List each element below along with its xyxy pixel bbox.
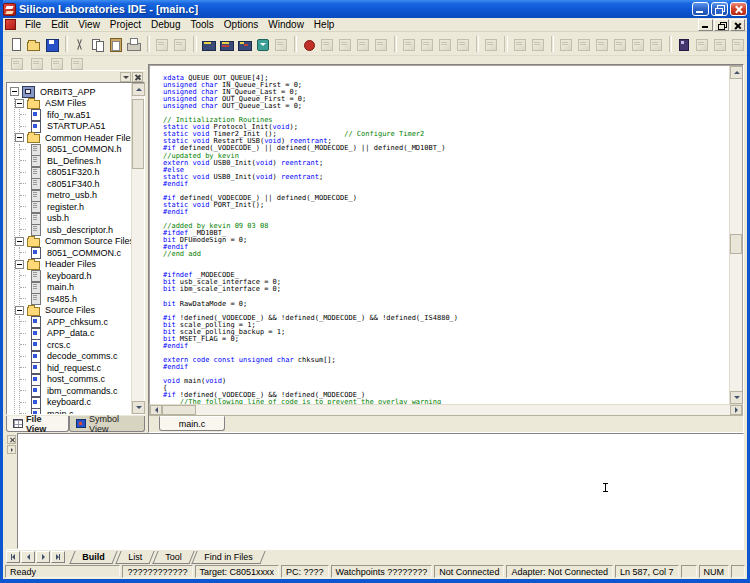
tree-item-crcs-c[interactable]: crcs.c (20, 339, 131, 351)
watch-window-icon (594, 37, 610, 52)
tree-item-usb-descriptor-h[interactable]: usb_descriptor.h (20, 224, 131, 236)
tab-symbol-view[interactable]: Symbol View (69, 416, 145, 432)
output-expand-icon[interactable] (7, 445, 16, 454)
tree-item-rs485-h[interactable]: rs485.h (20, 293, 131, 305)
scroll-left-icon[interactable] (150, 405, 162, 415)
close-button[interactable] (730, 2, 747, 16)
tree-item-host-comms-c[interactable]: host_comms.c (20, 374, 131, 386)
rebuild-all-button[interactable] (236, 35, 254, 54)
tree-item-asm-files[interactable]: ASM Files (15, 98, 131, 110)
tab-main-c[interactable]: main.c (159, 416, 225, 431)
tree-expander-icon[interactable] (15, 306, 24, 315)
editor-scrollbar[interactable] (729, 66, 742, 404)
panel-menu-icon[interactable] (120, 72, 131, 82)
menu-window[interactable]: Window (263, 19, 309, 30)
menu-project[interactable]: Project (105, 19, 146, 30)
tree-item-ibm-commands-c[interactable]: ibm_commands.c (20, 385, 131, 397)
tree-item-decode-comms-c[interactable]: decode_comms.c (20, 351, 131, 363)
tree-item-keyboard-c[interactable]: keyboard.c (20, 397, 131, 409)
tree-item-c8051f320-h[interactable]: c8051F320.h (20, 167, 131, 179)
editor-hscrollbar[interactable] (149, 404, 743, 416)
tab-find-in-files[interactable]: Find in Files (191, 551, 265, 564)
reset-mcu-icon (419, 37, 435, 52)
clear-bookmarks-button (729, 35, 747, 54)
prev-tab-icon[interactable] (21, 551, 35, 563)
tree-expander-icon[interactable] (15, 260, 24, 269)
tree-scrollbar[interactable] (131, 83, 144, 414)
run-button[interactable] (300, 35, 318, 54)
tree-item-main-h[interactable]: main.h (20, 282, 131, 294)
new-file-button[interactable] (7, 35, 25, 54)
editor-hscroll-thumb[interactable] (162, 405, 196, 415)
menu-debug[interactable]: Debug (146, 19, 185, 30)
output-content[interactable] (17, 433, 744, 549)
menu-view[interactable]: View (73, 19, 105, 30)
download-code-button[interactable] (254, 35, 272, 54)
status-connection: Not Connected (434, 565, 504, 578)
tree-expander-icon[interactable] (10, 87, 19, 96)
tree-item-label: Header Files (44, 259, 97, 269)
tree-item-common-header-files[interactable]: Common Header Files (15, 132, 131, 144)
assemble-button[interactable] (200, 35, 218, 54)
tree-item-bl-defines-h[interactable]: BL_Defines.h (20, 155, 131, 167)
tree-item-source-files[interactable]: Source Files (15, 305, 131, 317)
panel-close-icon[interactable] (132, 72, 143, 82)
last-tab-icon[interactable] (51, 551, 65, 563)
tree-item-hid-request-c[interactable]: hid_request.c (20, 362, 131, 374)
title-bar[interactable]: Silicon Laboratories IDE - [main.c] (0, 0, 750, 18)
minimize-button[interactable] (692, 2, 709, 16)
cut-button[interactable] (71, 35, 89, 54)
output-close-icon[interactable] (7, 435, 16, 444)
tree-item-startup-a51[interactable]: STARTUP.A51 (20, 121, 131, 133)
menu-options[interactable]: Options (219, 19, 263, 30)
mdi-restore-button[interactable] (714, 19, 729, 31)
menu-help[interactable]: Help (309, 19, 340, 30)
tree-item-c8051f340-h[interactable]: c8051F340.h (20, 178, 131, 190)
print-button[interactable] (125, 35, 143, 54)
paste-button[interactable] (107, 35, 125, 54)
tree-item-metro-usb-h[interactable]: metro_usb.h (20, 190, 131, 202)
scroll-down-icon[interactable] (730, 391, 743, 404)
tree-item-register-h[interactable]: register.h (20, 201, 131, 213)
scroll-up-icon[interactable] (132, 83, 145, 96)
first-tab-icon[interactable] (6, 551, 20, 563)
tree-expander-icon[interactable] (15, 133, 24, 142)
mdi-close-button[interactable] (730, 19, 745, 31)
tree-item-app-data-c[interactable]: APP_data.c (20, 328, 131, 340)
menu-file[interactable]: File (20, 19, 46, 30)
tab-file-view[interactable]: File View (6, 416, 69, 432)
tree-item-keyboard-h[interactable]: keyboard.h (20, 270, 131, 282)
toggle-bookmark-button[interactable] (675, 35, 693, 54)
tree-item-common-source-files[interactable]: Common Source Files (15, 236, 131, 248)
code-window-icon (648, 37, 664, 52)
tab-build[interactable]: Build (69, 551, 117, 564)
code-editor[interactable]: xdata QUEUE OUT_QUEUE[4];unsigned char I… (150, 66, 729, 404)
scroll-down-icon[interactable] (132, 401, 145, 414)
save-file-button[interactable] (43, 35, 61, 54)
tree-item-orbit3-app[interactable]: ORBIT3_APP (10, 86, 131, 98)
editor-scroll-thumb[interactable] (730, 234, 742, 254)
tree-expander-icon[interactable] (15, 237, 24, 246)
tree-scroll-thumb[interactable] (132, 99, 144, 169)
tree-item-fifo-rw-a51[interactable]: fifo_rw.a51 (20, 109, 131, 121)
scroll-right-icon[interactable] (730, 405, 742, 415)
tree-item-header-files[interactable]: Header Files (15, 259, 131, 271)
tab-list[interactable]: List (115, 551, 154, 564)
tree-expander-icon[interactable] (15, 99, 24, 108)
scroll-up-icon[interactable] (730, 66, 743, 79)
copy-button[interactable] (89, 35, 107, 54)
menu-bar: FileEditViewProjectDebugToolsOptionsWind… (3, 18, 747, 32)
tree-item-usb-h[interactable]: usb.h (20, 213, 131, 225)
tree-item-app-chksum-c[interactable]: APP_chksum.c (20, 316, 131, 328)
restore-button[interactable] (711, 2, 728, 16)
menu-tools[interactable]: Tools (185, 19, 218, 30)
build-button[interactable] (218, 35, 236, 54)
mdi-minimize-button[interactable] (698, 19, 713, 31)
tree-item-8051-common-h[interactable]: 8051_COMMON.h (20, 144, 131, 156)
menu-edit[interactable]: Edit (46, 19, 73, 30)
next-tab-icon[interactable] (36, 551, 50, 563)
open-file-button[interactable] (25, 35, 43, 54)
project-panel-header[interactable] (6, 70, 145, 82)
tab-tool[interactable]: Tool (152, 551, 194, 564)
tree-item-8051-common-c[interactable]: 8051_COMMON.c (20, 247, 131, 259)
